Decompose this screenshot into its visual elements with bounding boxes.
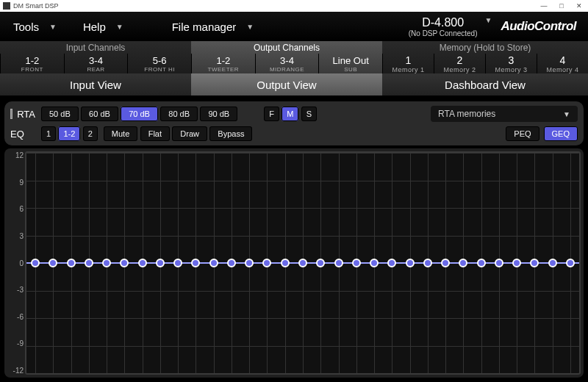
eq-band-node[interactable] — [495, 259, 503, 267]
tab-dashboard-view[interactable]: Dashboard View — [382, 73, 588, 96]
eq-band-node[interactable] — [477, 259, 486, 267]
eq-band-node[interactable] — [281, 259, 290, 267]
input-cell[interactable]: 5-6FRONT HI — [127, 54, 191, 73]
eq-band-node[interactable] — [530, 259, 539, 267]
eq-band-node[interactable] — [352, 259, 361, 267]
app-icon — [3, 2, 10, 10]
eq-band-node[interactable] — [316, 259, 325, 267]
output-cell-l1: Line Out — [319, 55, 382, 66]
rta-toggle-icon[interactable] — [10, 109, 12, 119]
menu-help-label: Help — [83, 21, 106, 33]
control-bar: RTA 50 dB 60 dB 70 dB 80 dB 90 dB F M S … — [4, 101, 584, 145]
memory-cell[interactable]: 2Memory 2 — [434, 54, 485, 73]
geq-button[interactable]: GEQ — [544, 126, 578, 141]
rta-speed-button[interactable]: F — [264, 107, 279, 121]
chevron-down-icon: ▼ — [49, 23, 57, 31]
rta-db-button[interactable]: 90 dB — [200, 107, 237, 121]
eq-band-node[interactable] — [334, 259, 343, 267]
brand-logo: AudioControl — [496, 19, 588, 34]
memory-cell[interactable]: 1Memory 1 — [382, 54, 434, 73]
rta-db-button[interactable]: 60 dB — [81, 107, 118, 121]
output-cell-l1: 3-4 — [256, 55, 319, 66]
tab-input-view[interactable]: Input View — [0, 73, 191, 96]
window-close-button[interactable]: ✕ — [573, 2, 585, 10]
rta-db-button[interactable]: 80 dB — [160, 107, 198, 121]
device-status: (No DSP Connected) — [409, 29, 478, 37]
eq-band-node[interactable] — [245, 259, 254, 267]
input-cell-l2: FRONT — [1, 66, 64, 73]
input-cell-l1: 5-6 — [128, 55, 191, 66]
rta-memories-dropdown[interactable]: RTA memories ▼ — [431, 106, 578, 122]
input-channels-group: Input Channels 1-2FRONT3-4REAR5-6FRONT H… — [0, 41, 191, 73]
chevron-down-icon: ▼ — [116, 23, 123, 31]
eq-band-node[interactable] — [298, 259, 307, 267]
eq-band-node[interactable] — [459, 259, 467, 267]
eq-channel-button[interactable]: 2 — [83, 126, 98, 141]
memory-cell-l2: Memory 1 — [383, 66, 434, 73]
window-max-button[interactable]: □ — [556, 2, 567, 10]
memory-cell[interactable]: 3Memory 3 — [485, 54, 537, 73]
device-selector[interactable]: D-4.800 (No DSP Connected) — [401, 16, 485, 37]
input-cell[interactable]: 3-4REAR — [64, 54, 128, 73]
eq-band-node[interactable] — [120, 259, 129, 267]
eq-band-node[interactable] — [387, 259, 396, 267]
eq-label: EQ — [10, 129, 35, 140]
rta-speed-button[interactable]: S — [301, 107, 317, 121]
eq-band-node[interactable] — [566, 259, 575, 267]
eq-band-node[interactable] — [191, 259, 200, 267]
input-cell-l2: REAR — [65, 66, 128, 73]
chevron-down-icon: ▼ — [485, 16, 497, 24]
tab-input-label: Input View — [70, 79, 121, 91]
eq-band-node[interactable] — [31, 259, 40, 267]
memory-cell-l2: Memory 3 — [486, 66, 537, 73]
eq-flat-button[interactable]: Flat — [140, 126, 170, 141]
eq-plot[interactable] — [25, 151, 581, 375]
eq-band-node[interactable] — [406, 259, 415, 267]
window-title: DM Smart DSP — [13, 2, 59, 10]
input-cell[interactable]: 1-2FRONT — [0, 54, 64, 73]
eq-band-node[interactable] — [49, 259, 57, 267]
eq-band-node[interactable] — [548, 259, 557, 267]
input-cell-l2: FRONT HI — [128, 66, 191, 73]
output-cell-l1: 1-2 — [192, 55, 255, 66]
window-min-button[interactable]: — — [538, 2, 550, 10]
eq-band-node[interactable] — [138, 259, 147, 267]
memory-group: Memory (Hold to Store) 1Memory 12Memory … — [382, 41, 588, 73]
eq-band-node[interactable] — [262, 259, 271, 267]
output-cell[interactable]: 1-2TWEETER — [191, 54, 255, 73]
tab-dash-label: Dashboard View — [445, 79, 526, 91]
eq-band-node[interactable] — [370, 259, 379, 267]
y-axis-ticks: 129630-3-6-9-12 — [7, 151, 24, 375]
output-cell[interactable]: Line OutSUB — [318, 54, 382, 73]
memory-group-title: Memory (Hold to Store) — [382, 41, 588, 54]
tab-output-view[interactable]: Output View — [191, 73, 382, 96]
menu-tools[interactable]: Tools ▼ — [0, 21, 70, 33]
eq-bypass-button[interactable]: Bypass — [209, 126, 252, 141]
memory-cell[interactable]: 4Memory 4 — [537, 54, 588, 73]
rta-db-button[interactable]: 50 dB — [41, 107, 79, 121]
peq-button[interactable]: PEQ — [506, 126, 539, 141]
input-group-title: Input Channels — [0, 41, 191, 54]
eq-band-node[interactable] — [102, 259, 111, 267]
eq-channel-button[interactable]: 1-2 — [58, 126, 80, 141]
memory-cell-l1: 3 — [486, 54, 537, 66]
menu-file-manager[interactable]: File manager ▼ — [159, 21, 267, 33]
eq-mute-button[interactable]: Mute — [104, 126, 137, 141]
eq-band-node[interactable] — [173, 259, 182, 267]
rta-db-button[interactable]: 70 dB — [121, 107, 158, 121]
output-cell[interactable]: 3-4MIDRANGE — [255, 54, 319, 73]
menu-help[interactable]: Help ▼ — [70, 21, 137, 33]
output-cell-l2: MIDRANGE — [256, 66, 319, 73]
eq-channel-button[interactable]: 1 — [41, 126, 56, 141]
eq-draw-button[interactable]: Draw — [172, 126, 207, 141]
eq-band-node[interactable] — [156, 259, 165, 267]
eq-band-node[interactable] — [441, 259, 450, 267]
rta-speed-button[interactable]: M — [282, 107, 298, 121]
eq-band-node[interactable] — [85, 259, 93, 267]
eq-band-node[interactable] — [512, 259, 521, 267]
eq-band-node[interactable] — [209, 259, 218, 267]
memory-cell-l1: 2 — [434, 54, 485, 66]
eq-band-node[interactable] — [227, 259, 236, 267]
eq-band-node[interactable] — [423, 259, 432, 267]
eq-band-node[interactable] — [67, 259, 76, 267]
